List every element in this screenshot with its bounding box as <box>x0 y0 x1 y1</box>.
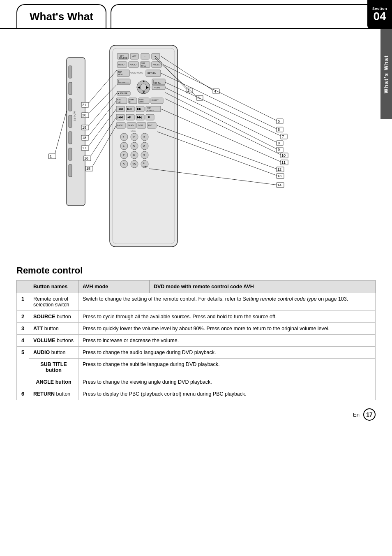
svg-text:▶▶: ▶▶ <box>137 107 142 110</box>
diagram-area: AVH-P4 • OFF SOURCE ATT − ↔ MENU AUDIO S… <box>0 29 392 259</box>
row-num: 1 <box>17 293 29 311</box>
svg-text:11: 11 <box>281 160 286 164</box>
svg-text:SOURCE: SOURCE <box>147 109 154 111</box>
svg-rect-3 <box>69 99 72 111</box>
middle-tab <box>111 4 388 28</box>
svg-text:3: 3 <box>143 136 145 139</box>
svg-text:21: 21 <box>82 103 86 107</box>
svg-rect-2 <box>69 82 72 95</box>
svg-text:15: 15 <box>86 167 90 171</box>
svg-text:9: 9 <box>143 154 145 157</box>
svg-text:SUB: SUB <box>141 63 145 65</box>
row-button: VOLUME buttons <box>29 335 78 347</box>
svg-text:20: 20 <box>82 113 86 117</box>
svg-text:▼ FOLDER: ▼ FOLDER <box>118 93 128 95</box>
row-num: 2 <box>17 311 29 323</box>
svg-text:CLEAR: CLEAR <box>142 165 147 167</box>
svg-text:SOURCE: SOURCE <box>119 57 128 59</box>
svg-text:BAND: BAND <box>128 124 134 127</box>
en-label: En <box>353 412 360 418</box>
svg-text:▶: ▶ <box>146 86 149 89</box>
col-header-dvd: DVD mode with remote control code AVH <box>149 280 375 293</box>
svg-text:▼ AVR: ▼ AVR <box>154 87 160 89</box>
svg-text:RETURN: RETURN <box>148 72 156 74</box>
row-button: AUDIO button <box>29 347 78 359</box>
svg-text:AUDIO: AUDIO <box>130 63 136 66</box>
table-row: ANGLE button Press to change the viewing… <box>17 376 376 388</box>
row-num: 4 <box>17 335 29 347</box>
svg-text:REAR: REAR <box>147 107 151 109</box>
svg-line-135 <box>165 93 278 150</box>
svg-text:◀II: ◀II <box>127 116 131 118</box>
title-tab: What's What <box>16 4 106 28</box>
col-header-num <box>17 280 29 293</box>
row-button: SOURCE button <box>29 311 78 323</box>
svg-text:7: 7 <box>282 134 284 139</box>
table-row: 5 AUDIO button Press to change the audio… <box>17 347 376 359</box>
svg-text:BACK: BACK <box>117 124 123 127</box>
svg-text:8: 8 <box>278 141 280 145</box>
svg-text:ENT: ENT <box>148 124 152 127</box>
page-title: What's What <box>30 10 93 23</box>
svg-line-138 <box>165 99 282 155</box>
row-button: ANGLE button <box>29 376 78 388</box>
svg-text:DISP: DISP <box>138 124 143 127</box>
svg-text:4: 4 <box>123 145 125 148</box>
svg-text:AVH-P4: AVH-P4 <box>73 111 76 121</box>
table-header-row: Button names AVH mode DVD mode with remo… <box>17 280 376 293</box>
svg-text:ATT: ATT <box>132 55 137 58</box>
svg-text:19: 19 <box>82 125 86 130</box>
table-row: 2 SOURCE button Press to cycle through a… <box>17 311 376 323</box>
svg-text:TITLE: TITLE <box>141 65 146 67</box>
row-button: Remote control selection switch <box>29 293 78 311</box>
svg-text:0: 0 <box>123 163 125 166</box>
svg-text:10: 10 <box>132 163 136 166</box>
section-badge: Section 04 <box>367 0 392 29</box>
svg-text:−: − <box>144 54 146 58</box>
svg-text:6: 6 <box>278 127 280 132</box>
col-header-button: Button names <box>29 280 78 293</box>
svg-line-129 <box>165 82 282 137</box>
page-number: 17 <box>363 408 376 421</box>
row-desc: Press to change the audio language durin… <box>78 347 376 359</box>
row-num: 6 <box>17 388 29 400</box>
svg-text:MENU: MENU <box>118 63 125 66</box>
page-footer: En 17 <box>353 408 376 421</box>
svg-text:▲: ▲ <box>152 80 154 82</box>
row-button: SUB TITLE button <box>29 359 78 376</box>
svg-text:◀: ◀ <box>138 86 141 89</box>
row-num: 5 <box>17 347 29 388</box>
row-desc: Press to quickly lower the volume level … <box>78 323 376 335</box>
svg-text:16: 16 <box>84 156 88 160</box>
svg-line-174 <box>54 111 67 156</box>
svg-text:9: 9 <box>278 148 280 152</box>
row-desc: Press to change the subtitle language du… <box>78 359 376 376</box>
svg-text:1: 1 <box>123 136 125 139</box>
svg-text:AUTO: AUTO <box>117 99 121 101</box>
svg-text:DISC TV+: DISC TV+ <box>153 82 161 84</box>
svg-text:8: 8 <box>133 154 135 157</box>
svg-text:▼: ▼ <box>142 90 145 94</box>
section-number: 04 <box>373 11 386 22</box>
side-tab: What's What <box>380 29 392 119</box>
row-desc: Press to cycle through all the available… <box>78 311 376 323</box>
table-row: 3 ATT button Press to quickly lower the … <box>17 323 376 335</box>
svg-text:AUDIO MENU: AUDIO MENU <box>130 72 143 74</box>
section-title: Remote control <box>16 263 376 276</box>
svg-rect-6 <box>69 148 72 160</box>
svg-text:ESC: ESC <box>131 130 136 132</box>
table-row: 6 RETURN button Press to display the PBC… <box>17 388 376 400</box>
svg-text:10: 10 <box>281 153 286 158</box>
row-num: 3 <box>17 323 29 335</box>
svg-rect-1 <box>69 66 72 78</box>
remote-table: Button names AVH mode DVD mode with remo… <box>16 280 376 400</box>
svg-text:■: ■ <box>148 116 150 118</box>
svg-text:7: 7 <box>123 154 125 157</box>
svg-rect-5 <box>69 132 72 144</box>
svg-text:MENU: MENU <box>118 74 123 76</box>
svg-text:17: 17 <box>82 146 86 150</box>
remote-diagram: AVH-P4 • OFF SOURCE ATT − ↔ MENU AUDIO S… <box>28 29 364 259</box>
svg-line-141 <box>161 109 282 162</box>
row-desc: Press to increase or decrease the volume… <box>78 335 376 347</box>
svg-text:▲: ▲ <box>118 80 119 82</box>
